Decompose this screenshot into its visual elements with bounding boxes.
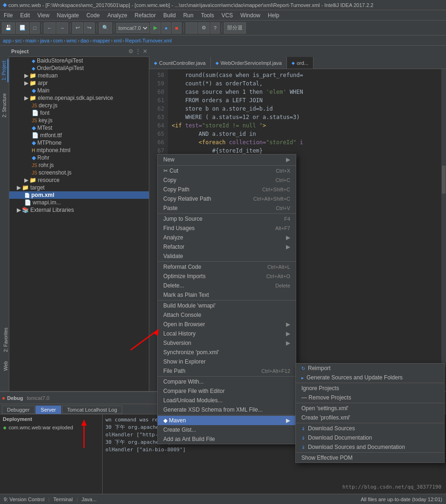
toolbar-search[interactable]: 🔍 xyxy=(99,22,112,34)
ctx-new[interactable]: New ▶ xyxy=(158,154,296,165)
ctx-subversion[interactable]: Subversion ▶ xyxy=(158,338,296,348)
ctx-copy-path[interactable]: Copy Path Ctrl+Shift+C xyxy=(158,185,296,194)
ctx-compare-editor[interactable]: Compare File with Editor xyxy=(158,386,296,396)
tree-item-main[interactable]: ◆ Main xyxy=(9,87,149,94)
maven-create-profiles[interactable]: Create 'profiles.xml' xyxy=(296,413,444,422)
tree-item-arpr[interactable]: ▶ 📁 arpr xyxy=(9,79,149,87)
ctx-delete[interactable]: Delete... Delete xyxy=(158,281,296,290)
menu-analyze[interactable]: Analyze xyxy=(104,11,131,20)
toolbar-back[interactable]: ← xyxy=(44,22,56,34)
ctx-cut[interactable]: ✂ Cut Ctrl+X xyxy=(158,166,296,175)
tree-item-pom[interactable]: 📄 pom.xml xyxy=(9,191,149,199)
tree-item-eleme[interactable]: ▶ 📁 eleme.openapi.sdk.api.service xyxy=(9,94,149,102)
maven-remove[interactable]: — Remove Projects xyxy=(296,393,444,402)
ctx-copy-relative[interactable]: Copy Relative Path Ctrl+Alt+Shift+C xyxy=(158,194,296,203)
side-tab-project[interactable]: 1: Project xyxy=(0,59,8,82)
tree-item-target[interactable]: ▶ 📁 target xyxy=(9,184,149,191)
maven-ignore[interactable]: Ignore Projects xyxy=(296,384,444,393)
ctx-generate-xsd[interactable]: Generate XSD Schema from XML File... xyxy=(158,405,296,414)
side-tab-web[interactable]: Web xyxy=(0,359,9,372)
ctx-analyze[interactable]: Analyze ▶ xyxy=(158,233,296,242)
toolbar-debug[interactable]: ● xyxy=(161,22,171,34)
ctx-file-path[interactable]: File Path Ctrl+Alt+F12 xyxy=(158,366,296,376)
ctx-attach-console[interactable]: Attach Console xyxy=(158,310,296,320)
ctx-jump-source[interactable]: Jump to Source F4 xyxy=(158,214,296,224)
toolbar-redo[interactable]: ↪ xyxy=(84,22,95,34)
ctx-compare-with[interactable]: Compare With... xyxy=(158,377,296,386)
tree-item-wmapi[interactable]: 📄 wmapi.im... xyxy=(9,199,149,206)
ctx-mark-plain[interactable]: Mark as Plain Text xyxy=(158,290,296,300)
ctx-copy[interactable]: Copy Ctrl+C xyxy=(158,175,296,185)
tree-item-baidustore[interactable]: ◆ BaiduStoreApiTest xyxy=(9,57,149,64)
ctx-open-browser[interactable]: Open in Browser ▶ xyxy=(158,320,296,329)
tree-item-mtphone-html[interactable]: H mtphone.html xyxy=(9,147,149,154)
toolbar-btn-2[interactable]: 📃 xyxy=(16,22,29,34)
tree-item-mtest[interactable]: ◆ MTest xyxy=(9,124,149,132)
maven-generate-sources[interactable]: ▸ Generate Sources and Update Folders xyxy=(296,373,444,382)
menu-refactor[interactable]: Refactor xyxy=(131,11,160,20)
menu-help[interactable]: Help xyxy=(264,11,283,20)
side-tab-structure[interactable]: 2: Structure xyxy=(1,91,8,119)
menu-window[interactable]: Window xyxy=(237,11,264,20)
maven-open-settings[interactable]: Open 'settings.xml' xyxy=(296,404,444,413)
tree-item-screenshot[interactable]: JS screenshot.js xyxy=(9,169,149,176)
bread-app[interactable]: app xyxy=(3,38,11,43)
ctx-build-module[interactable]: Build Module 'wmapi' xyxy=(158,301,296,310)
vc-tab[interactable]: 9: Version Control xyxy=(4,497,44,502)
tree-item-orderdetail[interactable]: ◆ OrderDetailApiTest xyxy=(9,64,149,72)
toolbar-btn-1[interactable]: 💾 xyxy=(2,22,15,34)
ctx-create-gist[interactable]: Create Gist... xyxy=(158,425,296,434)
menu-navigate[interactable]: Navigate xyxy=(53,11,83,20)
bread-dao[interactable]: dao xyxy=(80,38,89,43)
menu-run[interactable]: Run xyxy=(180,11,197,20)
deployment-item[interactable]: ● com.wmc.web:war exploded xyxy=(3,424,99,431)
toolbar-run[interactable]: ▶ xyxy=(150,22,160,34)
ctx-maven[interactable]: ◆ Maven ▶ xyxy=(158,416,296,425)
tab-tomcat-log[interactable]: Tomcat Localhost Log xyxy=(62,406,122,414)
project-btn-2[interactable]: ⋮ xyxy=(135,48,141,55)
tree-item-rohr[interactable]: ◆ Rohr xyxy=(9,154,149,161)
toolbar-tomcat-select[interactable]: tomcat7.0 xyxy=(116,23,149,33)
side-tab-favorites[interactable]: 2: Favorites xyxy=(0,326,9,354)
menu-edit[interactable]: Edit xyxy=(16,11,34,20)
tree-item-font[interactable]: 📄 font xyxy=(9,109,149,117)
bread-wmc[interactable]: wmc xyxy=(66,38,77,43)
menu-file[interactable]: File xyxy=(0,11,16,20)
tree-item-external[interactable]: ▶ 📚 External Libraries xyxy=(9,206,149,214)
project-btn-1[interactable]: ⚙ xyxy=(128,48,133,55)
bread-main[interactable]: main xyxy=(25,38,36,43)
toolbar-forward[interactable]: → xyxy=(56,22,68,34)
tree-item-keyjs[interactable]: JS key.js xyxy=(9,117,149,124)
toolbar-btn-3[interactable]: □ xyxy=(30,22,40,34)
project-close[interactable]: ✕ xyxy=(143,48,147,55)
tree-item-decry[interactable]: JS decry.js xyxy=(9,102,149,109)
toolbar-stop[interactable]: ■ xyxy=(172,22,181,34)
maven-show-pom[interactable]: Show Effective POM xyxy=(296,453,444,462)
menu-tools[interactable]: Tools xyxy=(197,11,218,20)
ctx-paste[interactable]: Paste Ctrl+V xyxy=(158,203,296,213)
menu-view[interactable]: View xyxy=(34,11,53,20)
tree-item-meituan[interactable]: ▶ 📁 meituan xyxy=(9,72,149,79)
tab-debugger[interactable]: Debugger xyxy=(2,406,35,414)
tree-item-rohrjs[interactable]: JS rohr.js xyxy=(9,161,149,169)
menu-code[interactable]: Code xyxy=(83,11,104,20)
ctx-refactor[interactable]: Refactor ▶ xyxy=(158,242,296,252)
tree-item-resource[interactable]: ▶ 📁 resource xyxy=(9,176,149,184)
bread-src[interactable]: src xyxy=(15,38,22,43)
toolbar-more[interactable] xyxy=(186,22,197,34)
ctx-optimize[interactable]: Optimize Imports Ctrl+Alt+O xyxy=(158,272,296,281)
maven-download-all[interactable]: ⇓ Download Sources and Documentation xyxy=(296,442,444,452)
toolbar-undo[interactable]: ↩ xyxy=(72,22,83,34)
bread-java[interactable]: java xyxy=(40,38,49,43)
bread-mapper[interactable]: mapper xyxy=(93,38,110,43)
ctx-ant[interactable]: Add as Ant Build File xyxy=(158,434,296,444)
ctx-local-history[interactable]: Local History ▶ xyxy=(158,329,296,338)
scrollbar[interactable] xyxy=(441,69,446,391)
java-tab[interactable]: Java... xyxy=(82,497,97,502)
scrollbar-thumb[interactable] xyxy=(442,166,446,194)
tab-countcontroller[interactable]: ◆ CountController.java xyxy=(149,57,211,69)
bread-com[interactable]: com xyxy=(53,38,63,43)
maven-download-sources[interactable]: ⇓ Download Sources xyxy=(296,424,444,433)
tab-server[interactable]: Server xyxy=(35,406,61,414)
ctx-load-modules[interactable]: Load/Unload Modules... xyxy=(158,396,296,405)
